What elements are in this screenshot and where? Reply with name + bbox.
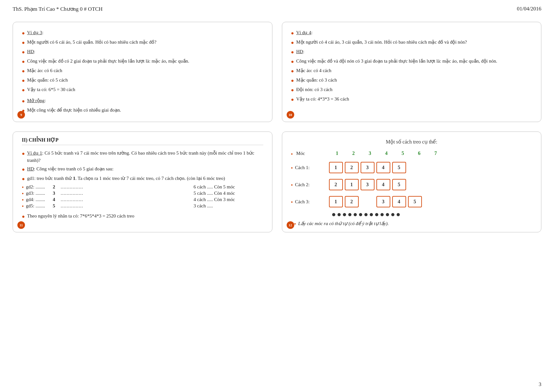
dot-11 bbox=[386, 213, 389, 216]
hook-header-6: 6 bbox=[411, 150, 428, 156]
card-number-10: 10 bbox=[287, 111, 294, 119]
bullet-icon: ● bbox=[291, 67, 294, 75]
card3-conclusion-list: ● Theo nguyên lý nhân ta có: 7*6*5*4*3 =… bbox=[22, 212, 263, 220]
dot-8 bbox=[370, 213, 373, 216]
dot-2 bbox=[338, 213, 341, 216]
hook-c2-b1: 2 bbox=[329, 179, 343, 190]
hook-c1-empty6 bbox=[408, 162, 422, 173]
gd-row-2: ● gd2: ........ 2 ............... 6 cách… bbox=[22, 184, 263, 190]
bullet-icon: ● bbox=[22, 185, 24, 189]
bullet-icon: ● bbox=[22, 198, 24, 201]
card1-item-4: ● Mặc áo: có 6 cách bbox=[22, 67, 263, 75]
card3-item-vidu1: ● Ví dụ 1: Có 5 bức tranh và 7 cái móc t… bbox=[22, 150, 263, 164]
hook-header-1: 1 bbox=[329, 150, 345, 156]
hook-c1-b4: 4 bbox=[376, 162, 390, 173]
card1-item-7: ● Mở rộng: bbox=[22, 97, 263, 105]
bullet-icon: ● bbox=[291, 58, 294, 65]
dot-10 bbox=[380, 213, 384, 216]
bullet-icon: ● bbox=[22, 97, 25, 105]
bullet-icon: ● bbox=[22, 39, 25, 46]
bullet-icon: ● bbox=[22, 58, 25, 65]
card3-item-hd: ● HD: Công việc treo tranh có 5 giai đoạ… bbox=[22, 165, 263, 173]
bullet-icon: ● bbox=[22, 29, 25, 37]
header-right: 01/04/2016 bbox=[517, 6, 541, 12]
footer-page: 3 bbox=[539, 381, 542, 388]
bullet-icon: ● bbox=[22, 213, 25, 220]
bullet-icon: ● bbox=[22, 192, 24, 195]
hook-c2-empty6 bbox=[408, 179, 422, 190]
gd-row-5: ● gd5: ........ 5 ............... 3 cách… bbox=[22, 203, 263, 209]
card2-item-3: ● Công việc mặc đồ và đội nón có 3 giai … bbox=[291, 58, 533, 65]
bullet-icon: ● bbox=[291, 86, 294, 94]
card-number-12: 12 bbox=[287, 221, 294, 229]
hook-cach1-row: ● Cách 1: 1 2 3 4 5 bbox=[291, 162, 533, 173]
bullet-icon: ● bbox=[22, 67, 25, 75]
card3-item-gd1: ● gd1: treo bức tranh thứ 1. Ta chọn ra … bbox=[22, 175, 263, 183]
bullet-icon: ● bbox=[291, 29, 294, 37]
hook-c1-b1: 1 bbox=[329, 162, 343, 173]
card3-list: ● Ví dụ 1: Có 5 bức tranh và 7 cái móc t… bbox=[22, 150, 263, 183]
hook-c1-b3: 3 bbox=[361, 162, 374, 173]
card1-item-8: ● Một công việc để thực hiện có nhiều gi… bbox=[22, 107, 263, 114]
card-vi-du-3: ● Ví dụ 3: ● Một người có 6 cái áo, 5 cá… bbox=[13, 22, 272, 122]
card2-item-1: ● Một người có 4 cái áo, 3 cái quần, 3 c… bbox=[291, 39, 533, 46]
card1-item-0: ● Ví dụ 3: bbox=[22, 29, 263, 37]
card1-item-6: ● Vậy ta có: 6*5 = 30 cách bbox=[22, 86, 263, 94]
bullet-icon: ● bbox=[22, 204, 24, 208]
card1-item-1: ● Một người có 6 cái áo, 5 cái quần. Hỏi… bbox=[22, 39, 263, 46]
dot-6 bbox=[359, 213, 362, 216]
dot-5 bbox=[354, 213, 357, 216]
gd-table: ● gd2: ........ 2 ............... 6 cách… bbox=[22, 184, 263, 209]
card1-item-2: ● HD: bbox=[22, 48, 263, 56]
hook-cach2-row: ● Cách 2: 2 1 3 4 5 bbox=[291, 179, 533, 190]
bullet-icon: ● bbox=[294, 222, 296, 225]
bullet-icon: ● bbox=[291, 96, 294, 103]
bullet-icon: ● bbox=[22, 48, 25, 56]
bullet-icon: ● bbox=[291, 39, 294, 46]
gd-row-3: ● gd3: ........ 3 ............... 5 cách… bbox=[22, 191, 263, 196]
bullet-icon: ● bbox=[22, 175, 25, 183]
hook-c1-empty7 bbox=[424, 162, 438, 173]
hook-c1-b5: 5 bbox=[392, 162, 406, 173]
bullet-icon: ● bbox=[291, 152, 293, 156]
bottom-note: ● Lấy các móc ra có thứ tự (có để ý trật… bbox=[291, 221, 533, 226]
hook-c3-b2: 2 bbox=[345, 196, 359, 207]
hook-c3-b1: 1 bbox=[329, 196, 343, 207]
section-title-chinh-hop: II) CHỈNH HỢP bbox=[22, 137, 263, 145]
page-number: 3 bbox=[539, 381, 542, 387]
card3-conclusion: ● Theo nguyên lý nhân ta có: 7*6*5*4*3 =… bbox=[22, 212, 263, 220]
dot-4 bbox=[348, 213, 351, 216]
bottom-note-text: Lấy các móc ra có thứ tự (có để ý trật t… bbox=[298, 221, 389, 226]
hook-header-3: 3 bbox=[362, 150, 378, 156]
hook-c2-empty7 bbox=[424, 179, 438, 190]
hook-c1-b2: 2 bbox=[345, 162, 359, 173]
hook-header-7: 7 bbox=[428, 150, 444, 156]
hook-c2-b2: 1 bbox=[345, 179, 359, 190]
header: ThS. Phạm Trí Cao * Chương 0 # OTCH 01/0… bbox=[0, 0, 554, 15]
card2-item-5: ● Mặc quần: có 3 cách bbox=[291, 77, 533, 84]
dot-12 bbox=[391, 213, 394, 216]
hook-c3-empty7 bbox=[424, 196, 438, 207]
hook-c3-empty3 bbox=[361, 196, 374, 207]
hook-c3-b5: 4 bbox=[392, 196, 406, 207]
gd-row-4: ● gd4: ........ 4 ............... 4 cách… bbox=[22, 197, 263, 202]
bullet-icon: ● bbox=[291, 48, 294, 56]
bullet-icon: ● bbox=[22, 77, 25, 84]
card2-item-4: ● Mặc áo: có 4 cách bbox=[291, 67, 533, 75]
card-chinh-hop: II) CHỈNH HỢP ● Ví dụ 1: Có 5 bức tranh … bbox=[13, 132, 272, 232]
hook-header-row: ● Móc 1 2 3 4 5 6 7 bbox=[291, 150, 533, 156]
bullet-icon: ● bbox=[22, 166, 25, 173]
bullet-icon: ● bbox=[22, 150, 25, 157]
hook-cach3-row: ● Cách 3: 1 2 3 4 5 bbox=[291, 196, 533, 207]
card-number-9: 9 bbox=[17, 111, 25, 119]
card-vi-du-4: ● Ví dụ 4: ● Một người có 4 cái áo, 3 cá… bbox=[282, 22, 542, 122]
hook-c2-b3: 3 bbox=[361, 179, 374, 190]
card1-list: ● Ví dụ 3: ● Một người có 6 cái áo, 5 cá… bbox=[22, 29, 263, 114]
header-left: ThS. Phạm Trí Cao * Chương 0 # OTCH bbox=[13, 6, 103, 12]
card2-item-0: ● Ví dụ 4: bbox=[291, 29, 533, 37]
bullet-icon: ● bbox=[22, 86, 25, 94]
bullet-icon: ● bbox=[291, 200, 293, 204]
card-hook-table: Một số cách treo cụ thể: ● Móc 1 2 3 4 5… bbox=[282, 132, 542, 232]
hook-c2-b4: 4 bbox=[376, 179, 390, 190]
dots-row bbox=[291, 213, 533, 216]
